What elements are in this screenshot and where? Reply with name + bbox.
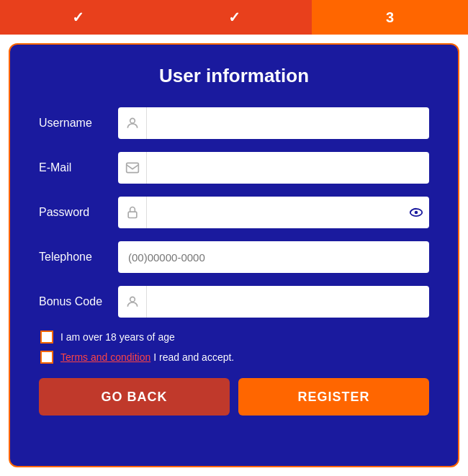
bonus-code-row: Bonus Code [39, 286, 429, 318]
svg-point-4 [415, 211, 418, 215]
progress-bar: ✓ ✓ 3 [0, 0, 468, 35]
button-row: GO BACK REGISTER [39, 378, 429, 416]
age-checkbox-row: I am over 18 years of age [40, 331, 429, 343]
username-row: Username [39, 107, 429, 139]
terms-checkbox-row: Terms and condition I read and accept. [40, 351, 429, 364]
terms-checkbox-label: Terms and condition I read and accept. [60, 351, 234, 363]
form-title: User information [39, 65, 429, 87]
password-row: Password [39, 197, 429, 228]
lock-icon [118, 197, 147, 228]
password-label: Password [39, 206, 118, 219]
age-checkbox-label: I am over 18 years of age [60, 331, 175, 343]
svg-point-5 [130, 297, 135, 302]
email-input-wrapper [118, 152, 429, 184]
terms-checkbox[interactable] [40, 351, 53, 364]
username-input[interactable] [147, 107, 429, 139]
go-back-button[interactable]: GO BACK [39, 378, 230, 416]
register-button[interactable]: REGISTER [238, 378, 429, 416]
bonus-code-label: Bonus Code [39, 295, 118, 308]
progress-step-1: ✓ [0, 0, 156, 35]
telephone-input-wrapper [118, 241, 429, 273]
progress-step-2: ✓ [156, 0, 312, 35]
registration-container: ✓ ✓ 3 User information Username [0, 0, 468, 476]
password-eye-icon[interactable] [403, 205, 429, 220]
svg-point-0 [130, 118, 135, 123]
terms-link[interactable]: Terms and condition [60, 351, 150, 363]
form-card: User information Username E-Mail [9, 43, 459, 467]
username-label: Username [39, 117, 118, 130]
email-row: E-Mail [39, 152, 429, 184]
telephone-row: Telephone [39, 241, 429, 273]
age-checkbox[interactable] [40, 331, 53, 343]
username-input-wrapper [118, 107, 429, 139]
user-icon [118, 107, 147, 139]
telephone-input[interactable] [118, 241, 429, 273]
bonus-code-input-wrapper [118, 286, 429, 318]
email-input[interactable] [147, 152, 429, 184]
email-icon [118, 152, 147, 184]
password-input[interactable] [147, 197, 403, 228]
email-label: E-Mail [39, 161, 118, 174]
telephone-label: Telephone [39, 251, 118, 264]
svg-rect-2 [128, 212, 137, 217]
password-input-wrapper [118, 197, 429, 228]
progress-step-3: 3 [312, 0, 468, 35]
bonus-user-icon [118, 286, 147, 318]
bonus-code-input[interactable] [147, 286, 429, 318]
svg-rect-1 [126, 163, 138, 172]
